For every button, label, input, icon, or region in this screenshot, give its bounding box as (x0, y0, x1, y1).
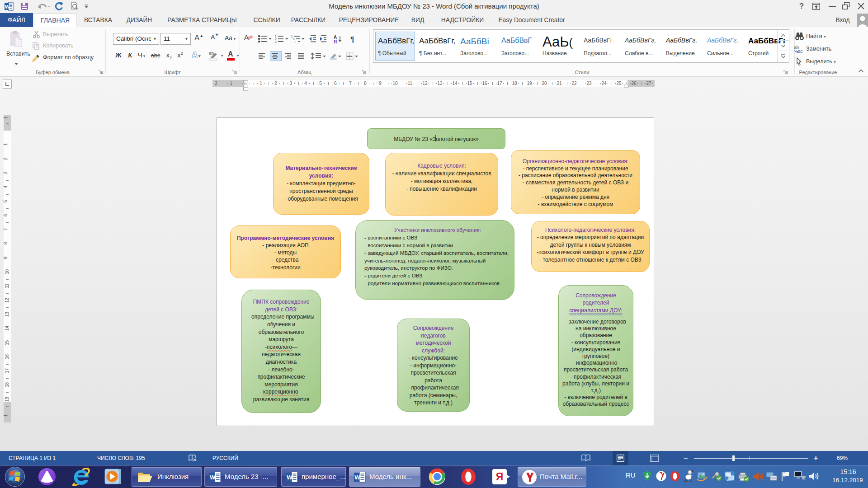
svg-text:W: W (354, 474, 360, 481)
svg-text:W: W (210, 474, 216, 481)
svg-text:DVR: DVR (727, 479, 733, 481)
svg-text:W: W (287, 474, 292, 481)
svg-text:Я: Я (496, 471, 504, 483)
